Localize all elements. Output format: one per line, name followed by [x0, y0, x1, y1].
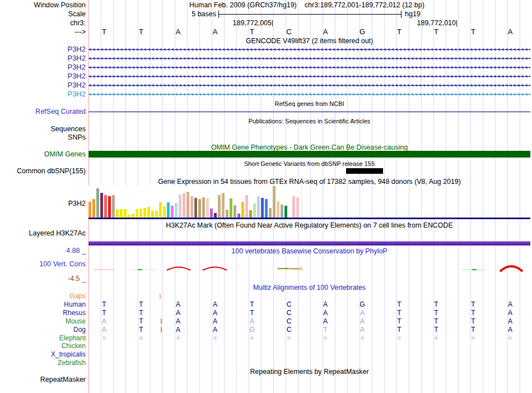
gtex-tissue-bar[interactable]: [96, 188, 99, 218]
gtex-tissue-bar[interactable]: [124, 209, 127, 218]
multiz-row-dog[interactable]: ATAAGCTATTTA: [88, 326, 530, 334]
gtex-tissue-bar[interactable]: [143, 208, 146, 218]
gtex-tissue-bar[interactable]: [253, 204, 256, 218]
gencode-item-label[interactable]: P3H2: [0, 63, 86, 71]
gtex-tissue-bar[interactable]: [214, 213, 217, 218]
gencode-transcript[interactable]: <<<<<<<<<<<<<<<<<<<<<<<<<<<<<<<<<<<<<<<<…: [88, 64, 530, 71]
gencode-transcript[interactable]: <<<<<<<<<<<<<<<<<<<<<<<<<<<<<<<<<<<<<<<<…: [88, 55, 530, 62]
gtex-tissue-bar[interactable]: [281, 205, 283, 218]
gtex-tissue-bar[interactable]: [151, 210, 154, 218]
multiz-row-rhesus[interactable]: TTAATCAATTTA: [88, 309, 530, 317]
gtex-tissue-bar[interactable]: [104, 195, 107, 218]
align-base: A: [213, 300, 217, 308]
gencode-item-label[interactable]: P3H2: [0, 54, 86, 62]
gtex-tissue-bar[interactable]: [155, 211, 158, 218]
phylop-signal-graphic[interactable]: [88, 257, 530, 283]
species-label-mouse[interactable]: Mouse: [0, 317, 86, 325]
gtex-tissue-bar[interactable]: [202, 197, 205, 218]
gencode-transcript[interactable]: <<<<<<<<<<<<<<<<<<<<<<<<<<<<<<<<<<<<<<<<…: [88, 73, 530, 80]
gtex-tissue-bar[interactable]: [269, 208, 272, 218]
align-base: A: [102, 317, 106, 325]
refseq-curated-label[interactable]: RefSeq Curated: [0, 108, 86, 115]
gtex-tissue-bar[interactable]: [277, 201, 279, 218]
gtex-tissue-bar[interactable]: [206, 198, 209, 218]
species-label-dog[interactable]: Dog: [0, 326, 86, 334]
gencode-item-label[interactable]: P3H2: [0, 45, 86, 53]
gencode-transcript[interactable]: <<<<<<<<<<<<<<<<<<<<<<<<<<<<<<<<<<<<<<<<…: [88, 46, 530, 53]
gtex-tissue-bar[interactable]: [190, 196, 193, 218]
align-base: A: [508, 317, 512, 325]
refseq-curated-item[interactable]: [88, 112, 530, 112]
gtex-tissue-bar[interactable]: [108, 196, 111, 218]
gtex-tissue-bar[interactable]: [237, 214, 240, 218]
gtex-tissue-bar[interactable]: [186, 192, 189, 218]
gtex-tissue-bar[interactable]: [92, 199, 95, 218]
gtex-tissue-bar[interactable]: [198, 199, 201, 218]
omim-genes-label[interactable]: OMIM Genes: [0, 150, 86, 158]
species-label-x_tropicalis[interactable]: X_tropicalis: [0, 350, 86, 358]
gencode-item-label[interactable]: P3H2: [0, 72, 86, 80]
multiz-row-gaps[interactable]: 1: [88, 292, 530, 300]
gtex-tissue-bar[interactable]: [136, 209, 138, 218]
gtex-tissue-bar[interactable]: [261, 198, 264, 218]
gencode-item-label[interactable]: P3H2: [0, 90, 86, 98]
gtex-tissue-bar[interactable]: [234, 205, 236, 218]
gtex-tissue-bar[interactable]: [257, 196, 260, 218]
gtex-tissue-bar[interactable]: [194, 198, 197, 218]
publications-sequences-label[interactable]: Sequences: [0, 125, 86, 133]
gtex-tissue-bar[interactable]: [226, 210, 228, 218]
multiz-row-elephant[interactable]: ============: [88, 334, 530, 342]
phylop-track-label[interactable]: 100 Vert. Cons: [0, 260, 86, 268]
gtex-tissue-bar[interactable]: [292, 196, 295, 218]
gtex-tissue-bar[interactable]: [112, 195, 115, 218]
gtex-tissue-bar[interactable]: [175, 203, 178, 218]
multiz-row-zebrafish[interactable]: [88, 359, 530, 367]
gtex-tissue-bar[interactable]: [210, 209, 213, 218]
multiz-row-mouse[interactable]: ATAAACAATTTA: [88, 317, 530, 325]
species-label-rhesus[interactable]: Rhesus: [0, 309, 86, 317]
gtex-tissue-bar[interactable]: [273, 186, 276, 218]
species-label-human[interactable]: Human: [0, 300, 86, 308]
multiz-row-x_tropicalis[interactable]: [88, 350, 530, 358]
gencode-item-label[interactable]: P3H2: [0, 81, 86, 89]
gtex-tissue-bar[interactable]: [171, 206, 174, 218]
species-label-gaps[interactable]: Gaps: [0, 292, 86, 300]
gencode-transcript[interactable]: <<<<<<<<<<<<<<<<<<<<<<<<<<<<<<<<<<<<<<<<…: [88, 82, 530, 89]
repeatmasker-label[interactable]: RepeatMasker: [0, 376, 86, 383]
dbsnp-label[interactable]: Common dbSNP(155): [0, 167, 86, 175]
gtex-tissue-bar[interactable]: [241, 202, 244, 218]
gtex-tissue-bar[interactable]: [222, 193, 225, 218]
gencode-transcript[interactable]: <<<<<<<<<<<<<<<<<<<<<<<<<<<<<<<<<<<<<<<<…: [88, 91, 530, 98]
gtex-tissue-bar[interactable]: [116, 209, 119, 218]
species-label-chicken[interactable]: Chicken: [0, 342, 86, 350]
gtex-tissue-bar[interactable]: [183, 193, 185, 218]
gtex-tissue-bar[interactable]: [147, 207, 150, 218]
h3k27ac-label[interactable]: Layered H3K27Ac: [0, 229, 86, 237]
multiz-row-chicken[interactable]: [88, 342, 530, 350]
gtex-tissue-bar[interactable]: [100, 193, 103, 218]
species-label-zebrafish[interactable]: Zebrafish: [0, 359, 86, 367]
publications-snps-label[interactable]: SNPs: [0, 133, 86, 141]
gtex-tissue-bar[interactable]: [179, 195, 181, 218]
gtex-tissue-bar[interactable]: [218, 195, 221, 218]
gtex-gene-label[interactable]: P3H2: [0, 200, 86, 207]
gtex-tissue-bar[interactable]: [163, 206, 166, 218]
gtex-tissue-bar[interactable]: [296, 197, 299, 218]
h3k27ac-signal-bar[interactable]: [88, 241, 530, 246]
gtex-tissue-bar[interactable]: [159, 202, 162, 218]
omim-gene-item[interactable]: [88, 151, 530, 158]
gtex-tissue-bar[interactable]: [88, 202, 91, 218]
multiz-row-human[interactable]: TTAATCAGTTTA: [88, 300, 530, 308]
species-label-elephant[interactable]: Elephant: [0, 334, 86, 342]
gtex-tissue-bar[interactable]: [245, 195, 248, 218]
snp-variant-item[interactable]: [346, 168, 383, 174]
gtex-tissue-bar[interactable]: [265, 199, 268, 218]
gtex-tissue-bar[interactable]: [230, 198, 232, 218]
gtex-tissue-bar[interactable]: [139, 209, 142, 218]
gtex-tissue-bar[interactable]: [249, 210, 252, 218]
gtex-tissue-bar[interactable]: [120, 209, 123, 218]
gtex-expression-barchart[interactable]: [88, 186, 302, 218]
gtex-tissue-bar[interactable]: [167, 202, 170, 218]
gtex-tissue-bar[interactable]: [132, 214, 134, 218]
gtex-tissue-bar[interactable]: [284, 206, 287, 218]
